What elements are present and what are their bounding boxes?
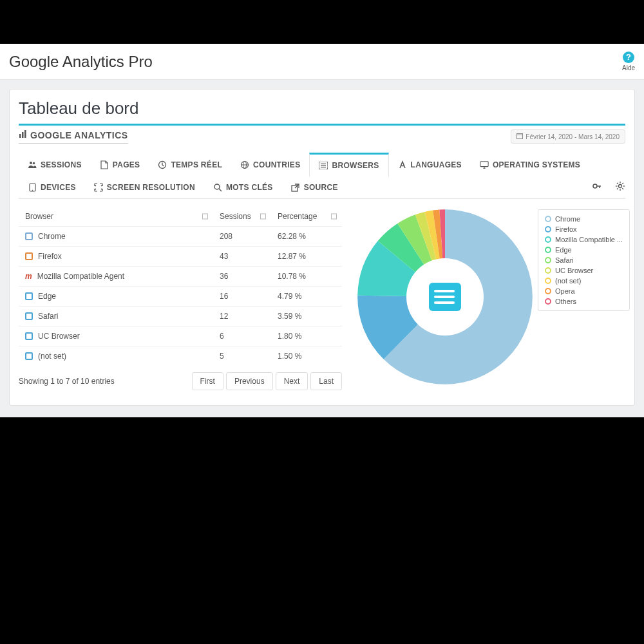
- legend-swatch: [545, 216, 551, 222]
- legend-item[interactable]: Edge: [545, 245, 623, 255]
- tablet-icon: [28, 183, 37, 192]
- tab-devices[interactable]: DEVICES: [19, 176, 85, 198]
- browser-icon: [25, 292, 33, 300]
- legend-swatch: [545, 288, 551, 294]
- list-icon: [319, 161, 328, 170]
- browsers-table: Browser Sessions Percentage Chrome20862.…: [19, 207, 342, 366]
- tab-countries[interactable]: COUNTRIES: [231, 153, 309, 176]
- svg-rect-3: [517, 134, 523, 139]
- table-row[interactable]: Firefox4312.87 %: [19, 247, 342, 267]
- table-row[interactable]: Safari123.59 %: [19, 307, 342, 327]
- svg-rect-0: [19, 134, 21, 138]
- browser-icon: [25, 232, 33, 240]
- legend-item[interactable]: (not set): [545, 276, 623, 286]
- svg-rect-2: [24, 130, 26, 138]
- key-icon[interactable]: [592, 181, 602, 193]
- browser-icon: [25, 312, 33, 320]
- col-browser[interactable]: Browser: [19, 207, 213, 227]
- browser-icon: [25, 252, 33, 260]
- table-row[interactable]: Edge164.79 %: [19, 287, 342, 307]
- legend-swatch: [545, 247, 551, 253]
- tab-screen-resolution[interactable]: SCREEN RESOLUTION: [85, 176, 204, 198]
- page-icon: [100, 160, 109, 169]
- pager-next[interactable]: Next: [276, 372, 308, 390]
- legend-item[interactable]: UC Browser: [545, 265, 623, 276]
- donut-chart: [355, 207, 535, 387]
- legend-swatch: [545, 298, 551, 305]
- legend-item[interactable]: Firefox: [545, 224, 623, 234]
- svg-point-5: [30, 162, 32, 164]
- svg-point-6: [33, 162, 35, 164]
- browser-icon: [25, 332, 33, 340]
- table-row[interactable]: (not set)51.50 %: [19, 346, 342, 366]
- help-button[interactable]: ? Aide: [622, 52, 635, 71]
- users-icon: [28, 160, 37, 169]
- help-icon: ?: [623, 52, 634, 63]
- expand-icon: [94, 183, 103, 192]
- svg-point-28: [619, 185, 622, 188]
- svg-line-34: [622, 188, 623, 189]
- page-title: Google Analytics Pro: [9, 53, 153, 71]
- legend-swatch: [545, 236, 551, 243]
- sort-icon: [331, 214, 337, 220]
- globe-icon: [240, 160, 249, 169]
- legend-swatch: [545, 257, 551, 263]
- date-range-picker[interactable]: Février 14, 2020 - Mars 14, 2020: [511, 129, 625, 144]
- bar-chart-icon: [19, 129, 28, 140]
- col-percentage[interactable]: Percentage: [271, 207, 342, 227]
- svg-point-21: [32, 190, 32, 191]
- svg-rect-17: [480, 161, 488, 166]
- gear-icon[interactable]: [615, 181, 625, 193]
- dashboard-title: Tableau de bord: [19, 99, 625, 118]
- pager-last[interactable]: Last: [310, 372, 342, 390]
- table-info: Showing 1 to 7 of 10 entries: [19, 377, 115, 386]
- legend-swatch: [545, 226, 551, 232]
- svg-rect-1: [22, 132, 24, 138]
- svg-line-36: [622, 183, 623, 184]
- legend-item[interactable]: Opera: [545, 286, 623, 296]
- svg-line-9: [162, 165, 164, 166]
- svg-line-33: [617, 183, 618, 184]
- legend-item[interactable]: Mozilla Compatible ...: [545, 234, 623, 245]
- table-row[interactable]: UC Browser61.80 %: [19, 327, 342, 346]
- table-row[interactable]: mMozilla Compatible Agent3610.78 %: [19, 267, 342, 287]
- svg-line-35: [617, 188, 618, 189]
- browser-icon: m: [25, 272, 32, 281]
- legend-item[interactable]: Others: [545, 296, 623, 307]
- clock-icon: [158, 160, 167, 169]
- sort-icon: [202, 214, 208, 220]
- pagination: First Previous Next Last: [192, 372, 342, 390]
- legend-swatch: [545, 267, 551, 274]
- sort-icon: [260, 214, 266, 220]
- tab-mots-clés[interactable]: MOTS CLÉS: [204, 176, 282, 198]
- tab-operating-systems[interactable]: OPERATING SYSTEMS: [471, 153, 589, 176]
- tab-languages[interactable]: LANGUAGES: [389, 153, 471, 176]
- desktop-icon: [480, 160, 489, 169]
- tab-temps-réel[interactable]: TEMPS RÉEL: [149, 153, 231, 176]
- browser-icon: [25, 352, 33, 360]
- legend-item[interactable]: Safari: [545, 255, 623, 265]
- section-heading: GOOGLE ANALYTICS: [19, 129, 128, 144]
- svg-point-25: [593, 184, 597, 188]
- search-icon: [213, 183, 222, 192]
- external-icon: [291, 183, 300, 192]
- table-row[interactable]: Chrome20862.28 %: [19, 227, 342, 247]
- svg-point-22: [214, 184, 220, 189]
- tab-source[interactable]: SOURCE: [282, 176, 347, 198]
- svg-line-23: [219, 189, 222, 191]
- pager-previous[interactable]: Previous: [226, 372, 273, 390]
- legend-swatch: [545, 278, 551, 284]
- pager-first[interactable]: First: [192, 372, 223, 390]
- tab-browsers[interactable]: BROWSERS: [309, 153, 388, 177]
- tab-sessions[interactable]: SESSIONS: [19, 153, 91, 176]
- tab-pages[interactable]: PAGES: [91, 153, 149, 176]
- calendar-icon: [516, 133, 523, 140]
- font-icon: [398, 160, 407, 169]
- chart-legend: ChromeFirefoxMozilla Compatible ...EdgeS…: [538, 209, 630, 311]
- col-sessions[interactable]: Sessions: [213, 207, 271, 227]
- list-icon: [429, 283, 461, 311]
- legend-item[interactable]: Chrome: [545, 214, 623, 224]
